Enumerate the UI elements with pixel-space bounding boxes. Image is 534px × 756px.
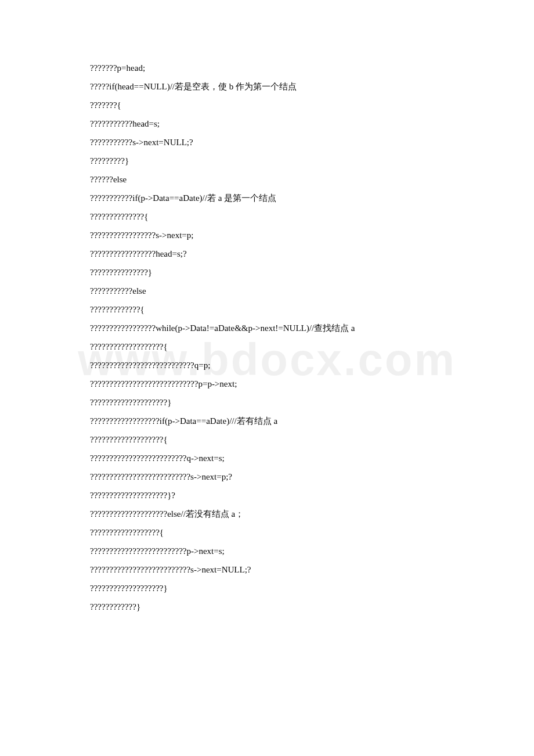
code-line: ??????????????????if(p->Data==aDate)///若… xyxy=(90,417,444,426)
code-line: ??????else xyxy=(90,175,444,184)
code-line: ???????p=head; xyxy=(90,64,444,73)
code-line: ??????????????????{ xyxy=(90,528,444,537)
code-line: ???????????????????} xyxy=(90,584,444,593)
code-line: ?????if(head==NULL)//若是空表，使 b 作为第一个结点 xyxy=(90,82,444,91)
code-line: ????????????????????} xyxy=(90,398,444,407)
code-line: ?????????} xyxy=(90,157,444,165)
code-line: ???????{ xyxy=(90,101,444,110)
code-line: ??????????????????????????s->next=p;? xyxy=(90,473,444,481)
code-line: ???????????????????{ xyxy=(90,435,444,444)
code-content: ???????p=head; ?????if(head==NULL)//若是空表… xyxy=(90,64,444,611)
code-line: ??????????????{ xyxy=(90,213,444,221)
code-line: ????????????????????else//若没有结点 a； xyxy=(90,510,444,519)
code-line: ???????????else xyxy=(90,287,444,296)
code-line: ???????????head=s; xyxy=(90,120,444,128)
code-line: ?????????????????????????q->next=s; xyxy=(90,454,444,463)
code-line: ???????????????????{ xyxy=(90,343,444,351)
code-line: ????????????????????????????p=p->next; xyxy=(90,380,444,388)
code-line: ????????????} xyxy=(90,603,444,611)
code-line: ?????????????????while(p->Data!=aDate&&p… xyxy=(90,324,444,333)
code-line: ?????????????{ xyxy=(90,305,444,314)
code-line: ?????????????????head=s;? xyxy=(90,250,444,258)
code-line: ???????????if(p->Data==aDate)//若 a 是第一个结… xyxy=(90,194,444,203)
code-line: ???????????????????????????q=p; xyxy=(90,361,444,370)
code-line: ???????????????} xyxy=(90,268,444,277)
code-line: ?????????????????s->next=p; xyxy=(90,231,444,240)
code-line: ??????????????????????????s->next=NULL;? xyxy=(90,566,444,574)
code-line: ?????????????????????????p->next=s; xyxy=(90,547,444,556)
code-line: ????????????????????}? xyxy=(90,491,444,500)
code-line: ???????????s->next=NULL;? xyxy=(90,138,444,147)
